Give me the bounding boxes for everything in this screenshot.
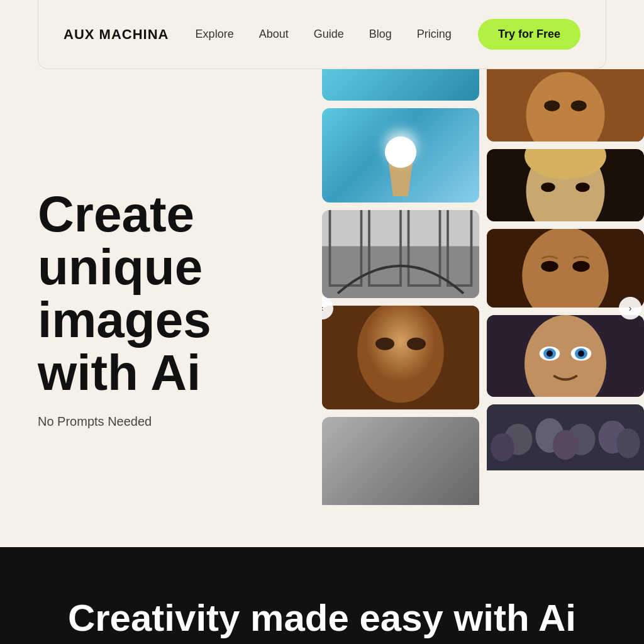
svg-point-21	[541, 261, 558, 272]
nav-links: Explore About Guide Blog Pricing	[196, 28, 452, 41]
nav-about[interactable]: About	[259, 28, 289, 40]
svg-point-36	[491, 433, 514, 462]
image-bridge	[322, 210, 479, 298]
nav-pricing[interactable]: Pricing	[417, 28, 452, 40]
svg-point-22	[572, 261, 590, 272]
bottom-section: Creativity made easy with Ai Making imag…	[0, 547, 644, 644]
svg-point-9	[407, 338, 426, 350]
image-man1	[322, 306, 479, 409]
hero-subtitle: No Prompts Needed	[38, 414, 284, 429]
image-object	[322, 417, 479, 505]
nav-explore[interactable]: Explore	[196, 28, 234, 40]
carousel-right-arrow[interactable]: ›	[619, 297, 641, 319]
bottom-title: Creativity made easy with Ai	[25, 597, 619, 639]
nav-guide[interactable]: Guide	[314, 28, 344, 40]
try-free-button[interactable]: Try for Free	[478, 19, 580, 50]
image-col-1	[322, 75, 479, 541]
svg-point-38	[616, 428, 640, 458]
svg-point-12	[544, 100, 560, 111]
image-blue-eyes-man	[487, 315, 644, 397]
hero-title: Create unique images with Ai	[38, 188, 284, 399]
image-crowd	[487, 404, 644, 470]
img-top-partial	[322, 69, 479, 101]
svg-point-27	[547, 350, 553, 357]
image-blond-man	[487, 149, 644, 221]
svg-point-30	[578, 350, 584, 357]
svg-point-13	[571, 100, 587, 111]
nav-blog[interactable]: Blog	[369, 28, 392, 40]
svg-point-8	[375, 338, 394, 350]
navbar: AUX MACHINA Explore About Guide Blog Pri…	[38, 0, 606, 69]
logo: AUX MACHINA	[64, 26, 169, 43]
image-icecream	[322, 108, 479, 203]
hero-text: Create unique images with Ai No Prompts …	[0, 69, 322, 547]
hero-images: ‹ ›	[322, 69, 644, 547]
hero-section: Create unique images with Ai No Prompts …	[0, 69, 644, 547]
svg-point-18	[575, 182, 590, 192]
svg-point-17	[541, 182, 555, 192]
svg-point-37	[553, 430, 578, 460]
image-older-man	[487, 229, 644, 308]
image-person-top	[487, 69, 644, 142]
